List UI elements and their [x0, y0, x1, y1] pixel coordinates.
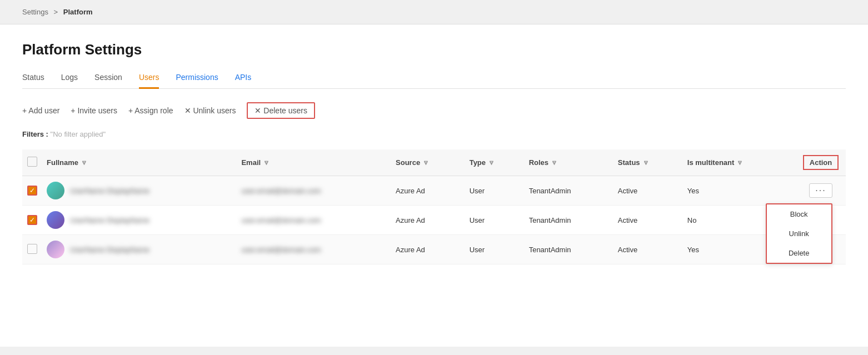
- filter-source-icon[interactable]: ⛛: [423, 159, 429, 166]
- filter-status-icon[interactable]: ⛛: [643, 159, 649, 166]
- filters-value: "No filter applied": [51, 130, 106, 138]
- th-multitenant: Is multitenant ⛛: [683, 149, 796, 176]
- select-all-checkbox[interactable]: [27, 157, 37, 167]
- th-email: Email ⛛: [237, 149, 391, 176]
- filters-label: Filters :: [22, 130, 48, 138]
- filter-fullname-icon[interactable]: ⛛: [81, 159, 87, 166]
- breadcrumb-parent[interactable]: Settings: [22, 8, 48, 16]
- th-source: Source ⛛: [391, 149, 465, 176]
- user-status: Active: [613, 235, 683, 264]
- delete-users-button[interactable]: ✕ Delete users: [247, 102, 315, 119]
- th-action: Action: [796, 149, 846, 176]
- filter-type-icon[interactable]: ⛛: [488, 159, 495, 166]
- user-fullname: UserName DisplayName: [70, 246, 149, 254]
- dropdown-item-delete[interactable]: Delete: [767, 243, 831, 263]
- table-header-row: Fullname ⛛ Email ⛛ Source ⛛: [22, 149, 846, 176]
- table-row: ✓UserName DisplayNameuser.email@domain.c…: [22, 176, 846, 206]
- table-row: UserName DisplayNameuser.email@domain.co…: [22, 235, 846, 264]
- table-row: ✓UserName DisplayNameuser.email@domain.c…: [22, 206, 846, 235]
- page-title: Platform Settings: [22, 41, 846, 58]
- row-checkbox[interactable]: ✓: [27, 186, 37, 196]
- user-fullname: UserName DisplayName: [70, 216, 149, 224]
- th-fullname: Fullname ⛛: [42, 149, 237, 176]
- filter-roles-icon[interactable]: ⛛: [551, 159, 557, 166]
- action-dropdown-wrap: ···BlockUnlinkDelete: [809, 183, 832, 198]
- user-status: Active: [613, 176, 683, 206]
- avatar: [47, 182, 64, 199]
- user-type: User: [465, 176, 525, 206]
- avatar: [47, 211, 64, 229]
- avatar: [47, 241, 64, 258]
- user-status: Active: [613, 206, 683, 235]
- user-email: user.email@domain.com: [241, 187, 321, 195]
- th-checkbox: [22, 149, 42, 176]
- row-checkbox[interactable]: [27, 244, 37, 254]
- filter-multitenant-icon[interactable]: ⛛: [737, 159, 743, 166]
- action-header-label: Action: [803, 155, 839, 170]
- users-table: Fullname ⛛ Email ⛛ Source ⛛: [22, 149, 846, 264]
- user-email: user.email@domain.com: [241, 246, 321, 254]
- assign-role-button[interactable]: + Assign role: [128, 104, 173, 117]
- user-action-cell: ···BlockUnlinkDelete: [796, 176, 846, 206]
- toolbar: + Add user + Invite users + Assign role …: [22, 102, 846, 119]
- action-dots-button[interactable]: ···: [809, 183, 832, 198]
- user-roles: TenantAdmin: [525, 176, 613, 206]
- user-multitenant: Yes: [683, 176, 796, 206]
- th-roles: Roles ⛛: [525, 149, 613, 176]
- breadcrumb-separator: >: [54, 8, 58, 16]
- filters-row: Filters : "No filter applied": [22, 130, 846, 138]
- user-email: user.email@domain.com: [241, 216, 321, 224]
- main-content: Platform Settings Status Logs Session Us…: [0, 24, 868, 347]
- user-roles: TenantAdmin: [525, 206, 613, 235]
- dropdown-item-unlink[interactable]: Unlink: [767, 224, 831, 243]
- breadcrumb-current: Platform: [63, 8, 93, 16]
- th-status: Status ⛛: [613, 149, 683, 176]
- action-dropdown-menu: BlockUnlinkDelete: [766, 203, 832, 264]
- th-type: Type ⛛: [465, 149, 525, 176]
- tab-permissions[interactable]: Permissions: [176, 68, 218, 89]
- user-source: Azure Ad: [391, 206, 465, 235]
- user-fullname: UserName DisplayName: [70, 187, 149, 195]
- user-source: Azure Ad: [391, 235, 465, 264]
- user-source: Azure Ad: [391, 176, 465, 206]
- user-roles: TenantAdmin: [525, 235, 613, 264]
- user-type: User: [465, 206, 525, 235]
- user-type: User: [465, 235, 525, 264]
- dropdown-item-block[interactable]: Block: [767, 204, 831, 224]
- users-table-wrap: Fullname ⛛ Email ⛛ Source ⛛: [22, 149, 846, 264]
- unlink-users-button[interactable]: ✕ Unlink users: [184, 104, 236, 117]
- row-checkbox[interactable]: ✓: [27, 215, 37, 225]
- filter-email-icon[interactable]: ⛛: [263, 159, 270, 166]
- invite-users-button[interactable]: + Invite users: [71, 104, 117, 117]
- tab-users[interactable]: Users: [139, 68, 159, 89]
- add-user-button[interactable]: + Add user: [22, 104, 59, 117]
- breadcrumb: Settings > Platform: [0, 0, 868, 24]
- tab-session[interactable]: Session: [94, 68, 122, 89]
- tabs-bar: Status Logs Session Users Permissions AP…: [22, 68, 846, 89]
- tab-logs[interactable]: Logs: [61, 68, 78, 89]
- tab-status[interactable]: Status: [22, 68, 44, 89]
- tab-apis[interactable]: APIs: [235, 68, 252, 89]
